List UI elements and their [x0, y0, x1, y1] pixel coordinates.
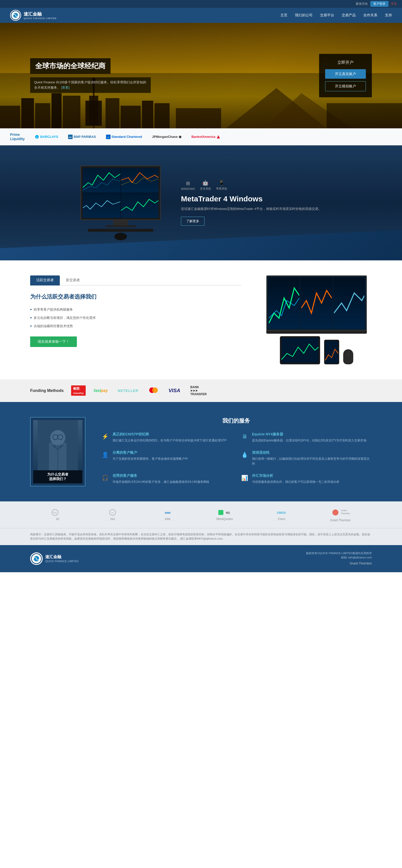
screen-quad-3	[83, 193, 120, 218]
nav-products[interactable]: 交易产品	[342, 12, 356, 19]
multi-device	[261, 275, 372, 364]
mt4-title: MetaTrader 4 Windows	[181, 194, 321, 203]
footer-logo: 速汇金融 QUICK FINANCE LIMITED	[30, 552, 79, 565]
navbar: 速汇金融 QUICK FINANCE LIMITED 主页 我们的公司 交易平台…	[0, 8, 402, 23]
phone-device	[324, 340, 339, 364]
support-text: 优秀的客户服务 市场开放期间 6天24小时的客户支持，速汇金融集团保持24小时服…	[113, 473, 209, 484]
svg-text:CISCO: CISCO	[277, 511, 286, 514]
hero-box-title: 立即开户	[325, 60, 366, 65]
svg-rect-6	[52, 93, 62, 128]
svg-text:SC: SC	[108, 136, 109, 138]
partner-intel: intel intel	[161, 509, 174, 521]
svg-text:MQ: MQ	[226, 512, 230, 514]
learn-more-button[interactable]: 了解更多	[181, 217, 204, 226]
tab-active-traders[interactable]: 活跃交易者	[30, 275, 60, 285]
footer-copyright: 版权所有©QUICK FINANCE LIMITED集团向应用程序	[306, 551, 372, 556]
person-caption: 为什么交易者 选择我们？	[33, 470, 82, 483]
mt4-description: 尝试速汇金融集团针对Windows定制的MetaTrader 4平台，体验实时市…	[181, 206, 321, 212]
svg-rect-13	[121, 106, 141, 128]
disclaimer-section: 风险警示：交易外汇风险较高，可能不适合所有投资者。高杠杆率在交易中存有有利有弊，…	[0, 528, 402, 545]
segregated-text: 分离的客户账户 为了交易的安全性和紧密性，客户资金储存在隔离帐户中	[113, 451, 188, 461]
equinix-text: Equinix NY4服务器 是先进的Equinix服务器，位置在纽约(NY4)…	[252, 432, 366, 443]
visa-logo: VISA	[167, 387, 182, 395]
windows-os: ⊞ WINDOWS	[181, 180, 195, 190]
svg-rect-19	[326, 103, 402, 128]
analysis-text: 外汇市场分析 与优质服务提供商合作，我们的客户可以获得独一无二的市场分析	[252, 473, 339, 484]
nav-home[interactable]: 主页	[280, 12, 287, 19]
svg-marker-26	[217, 135, 220, 138]
hero-account-box: 立即开户 开立真实账户 开立模拟账户	[319, 54, 372, 97]
person-image	[33, 420, 82, 470]
language-selector[interactable]: 中文	[391, 2, 397, 6]
svg-rect-15	[154, 103, 170, 128]
tablet-phone-row	[280, 336, 353, 364]
why-left: 活跃交易者 新交易者 为什么活跃交易者选择我们 给零售客户提供机构级服务 多元化…	[30, 275, 241, 347]
svg-rect-3	[0, 106, 20, 128]
svg-rect-14	[142, 101, 153, 128]
svg-rect-43	[218, 510, 223, 515]
why-tabs: 活跃交易者 新交易者	[30, 275, 241, 285]
funding-section: Funding Methods 银联UnionPay fastpay NETEL…	[0, 379, 402, 402]
funding-label: Funding Methods	[30, 389, 63, 393]
svg-rect-12	[106, 98, 119, 128]
services-right: 我们的服务 ⚡ 真正的ECN/STP经纪商 我们速汇无义务运行经纪商(NDD)，…	[100, 417, 372, 486]
bofa-logo: BankofAmerica	[192, 135, 220, 139]
partner-grant-thornton: Grant Thornton Grant Thornton	[330, 507, 350, 522]
service-support: 🎧 优秀的客户服务 市场开放期间 6天24小时的客户支持，速汇金融集团保持24小…	[100, 473, 232, 484]
try-now-button[interactable]: 现在就来体验一下！	[30, 337, 77, 347]
partner-link[interactable]: 新东方向	[356, 2, 368, 6]
open-demo-account-button[interactable]: 开立模拟账户	[325, 81, 366, 91]
svg-text:intel: intel	[165, 511, 171, 514]
partner-metaquotes: MQ MetaQuotes	[216, 509, 233, 521]
payment-logos: 银联UnionPay fastpay NETELLER VISA BANK➤➤➤…	[71, 384, 208, 397]
grant-thornton-footer: Grant Thornton	[306, 561, 372, 566]
svg-text:Thornton: Thornton	[341, 512, 350, 515]
why-right	[261, 275, 372, 364]
partners-section: TCL tcl tsci tsci intel intel MQ MetaQuo…	[0, 501, 402, 528]
os-icons: ⊞ WINDOWS 🤖 安卓系统 📱 苹果系统	[181, 180, 321, 191]
tab-new-traders[interactable]: 新交易者	[60, 275, 86, 285]
apple-os: 📱 苹果系统	[216, 180, 227, 191]
why-title: 为什么活跃交易者选择我们	[30, 293, 241, 301]
hero-description: Quick Finance 向100多个国家的客户提供经纪服务。轻松享用我们众所…	[30, 78, 151, 93]
mt4-info: ⊞ WINDOWS 🤖 安卓系统 📱 苹果系统 MetaTrader 4 Win…	[181, 180, 321, 226]
service-liquidity: 💧 深深流动性 我们使用一级银行，以确保我们住处理任何不同交易员上都有竞争力的不…	[240, 451, 372, 466]
hero-section: 全球市场的全球经纪商 Quick Finance 向100多个国家的客户提供经纪…	[0, 23, 402, 128]
why-point-2: 多元化自断当前项目，满足您的个性化需求	[30, 314, 241, 322]
partner-tcl: TCL tcl	[51, 509, 64, 521]
screen-quad-1	[83, 168, 120, 193]
footer-logo-icon	[30, 552, 43, 565]
svg-rect-7	[63, 96, 80, 128]
partner-cisco: CISCO Cisco	[275, 509, 288, 521]
services-grid: ⚡ 真正的ECN/STP经纪商 我们速汇无义务运行经纪商(NDD)，在与商户户存…	[100, 432, 372, 485]
why-point-3: 尖端的油藏和控量技术优势	[30, 322, 241, 331]
svg-rect-18	[176, 108, 221, 128]
nav-partners[interactable]: 合作关系	[363, 12, 377, 19]
main-nav: 主页 我们的公司 交易平台 交易产品 合作关系 支持	[280, 12, 392, 19]
standard-chartered-logo: SC Standard Chartered	[106, 134, 142, 139]
nav-platform[interactable]: 交易平台	[320, 12, 334, 19]
logo-text: 速汇金融 QUICK FINANCE LIMITED	[24, 11, 57, 20]
service-ecn: ⚡ 真正的ECN/STP经纪商 我们速汇无义务运行经纪商(NDD)，在与商户户存…	[100, 432, 232, 443]
footer-right: 版权所有©QUICK FINANCE LIMITED集团向应用程序 邮箱: in…	[306, 551, 372, 566]
open-real-account-button[interactable]: 开立真实账户	[325, 69, 366, 79]
login-button[interactable]: 客户登录	[370, 1, 389, 7]
service-equinix: 🖥 Equinix NY4服务器 是先进的Equinix服务器，位置在纽约(NY…	[240, 432, 372, 443]
prime-liquidity-label: Prime Liquidity	[10, 132, 25, 141]
barclays-logo: B BARCLAYS	[35, 134, 58, 139]
service-segregated: 👤 分离的客户账户 为了交易的安全性和紧密性，客户资金储存在隔离帐户中	[100, 451, 232, 466]
unionpay-logo: 银联UnionPay	[71, 385, 86, 396]
bank-transfer-logo: BANK➤➤➤TRANSFER	[188, 384, 208, 397]
why-point-1: 给零售客户提供机构级服务	[30, 306, 241, 314]
equinix-icon: 🖥	[240, 432, 249, 441]
liquidity-text: 深深流动性 我们使用一级银行，以确保我们住处理任何不同交易员上都有竞争力的不同期…	[252, 451, 372, 466]
ecn-icon: ⚡	[100, 432, 110, 441]
screen-quad-2	[121, 168, 159, 193]
nav-support[interactable]: 支持	[385, 12, 392, 19]
logo: 速汇金融 QUICK FINANCE LIMITED	[10, 10, 57, 21]
svg-rect-4	[21, 98, 34, 128]
svg-text:B: B	[36, 136, 38, 138]
nav-company[interactable]: 我们的公司	[295, 12, 313, 19]
hero-link[interactable]: [查看]	[61, 86, 69, 89]
logo-icon	[10, 10, 21, 21]
